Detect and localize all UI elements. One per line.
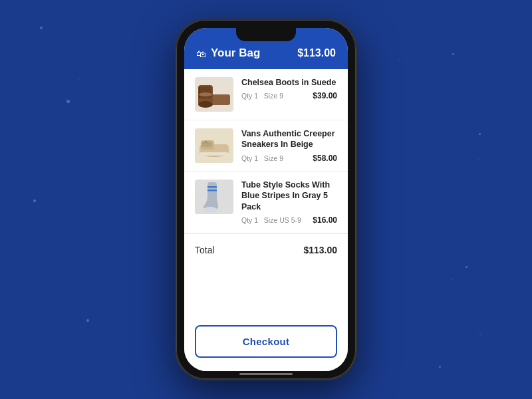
svg-point-3 <box>198 101 213 108</box>
phone-screen: 🛍 Your Bag $113.00 <box>184 28 348 371</box>
header-total: $113.00 <box>297 47 336 59</box>
item-name-socks: Tube Style Socks With Blue Stripes In Gr… <box>241 180 337 212</box>
cart-item-socks: Tube Style Socks With Blue Stripes In Gr… <box>184 172 348 233</box>
checkout-area: Checkout <box>184 319 348 371</box>
total-label: Total <box>195 245 215 255</box>
home-indicator <box>239 373 293 375</box>
total-amount: $113.00 <box>303 245 337 255</box>
item-info-vans: Vans Authentic Creeper Sneakers In Beige… <box>241 128 337 163</box>
svg-rect-14 <box>207 186 217 188</box>
item-price-socks: $16.00 <box>313 215 337 225</box>
cart-item-chelsea-boots: Chelsea Boots in Suede Qty 1 Size 9 $39.… <box>184 69 348 120</box>
item-name-vans: Vans Authentic Creeper Sneakers In Beige <box>241 128 337 150</box>
item-meta-boot: Qty 1 Size 9 $39.00 <box>241 91 337 100</box>
bag-title: Your Bag <box>211 47 260 60</box>
item-meta-vans: Qty 1 Size 9 $58.00 <box>241 154 337 163</box>
phone-notch <box>236 28 296 41</box>
item-image-boot <box>195 77 233 112</box>
svg-rect-4 <box>199 86 200 98</box>
item-qty-size-boot: Qty 1 Size 9 <box>241 92 283 100</box>
total-row: Total $113.00 <box>184 233 348 263</box>
checkout-button[interactable]: Checkout <box>195 325 337 358</box>
item-qty-size-vans: Qty 1 Size 9 <box>241 154 283 162</box>
item-price-vans: $58.00 <box>313 154 337 163</box>
item-image-socks <box>195 180 233 214</box>
item-info-socks: Tube Style Socks With Blue Stripes In Gr… <box>241 180 337 225</box>
item-qty-size-socks: Qty 1 Size US 5-9 <box>241 216 301 224</box>
item-info-boot: Chelsea Boots in Suede Qty 1 Size 9 $39.… <box>241 77 337 100</box>
bag-header-left: 🛍 Your Bag <box>196 47 260 60</box>
item-image-sneaker <box>195 128 233 163</box>
svg-rect-15 <box>207 190 217 192</box>
bag-icon: 🛍 <box>196 48 206 59</box>
svg-point-16 <box>203 207 217 212</box>
item-name-boot: Chelsea Boots in Suede <box>241 77 337 88</box>
bag-content: Chelsea Boots in Suede Qty 1 Size 9 $39.… <box>184 69 348 319</box>
item-price-boot: $39.00 <box>313 91 337 100</box>
svg-rect-10 <box>200 152 229 156</box>
phone-frame: 🛍 Your Bag $113.00 <box>176 20 356 379</box>
svg-rect-13 <box>207 182 217 201</box>
cart-item-vans: Vans Authentic Creeper Sneakers In Beige… <box>184 120 348 172</box>
svg-point-5 <box>199 92 212 96</box>
item-meta-socks: Qty 1 Size US 5-9 $16.00 <box>241 215 337 225</box>
